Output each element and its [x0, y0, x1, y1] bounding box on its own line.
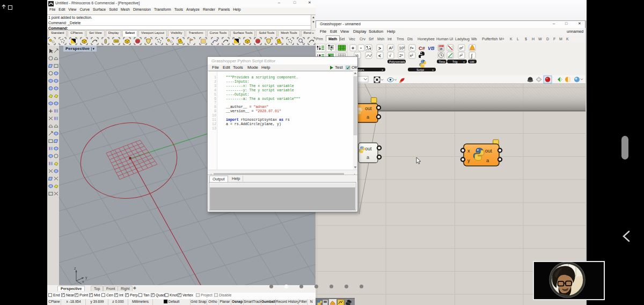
- svg-text:f×: f×: [410, 46, 414, 50]
- svg-text:A²: A²: [389, 46, 393, 50]
- svg-text:Polynomials: Polynomials: [389, 60, 405, 63]
- svg-text:VB: VB: [428, 46, 435, 51]
- svg-text:Util: Util: [470, 60, 474, 63]
- svg-text:y: y: [85, 275, 87, 280]
- svg-text:r²: r²: [460, 53, 463, 58]
- svg-text:+: +: [432, 68, 434, 71]
- svg-text:+: +: [463, 60, 465, 63]
- svg-text:out: out: [365, 106, 372, 111]
- svg-text:a: a: [367, 114, 369, 120]
- svg-text:+: +: [382, 68, 383, 71]
- svg-text:out: out: [485, 148, 493, 154]
- svg-text:x²: x²: [410, 53, 414, 58]
- svg-text:x: x: [467, 148, 470, 154]
- svg-text:a: a: [367, 155, 369, 160]
- svg-text:C#: C#: [419, 45, 426, 51]
- svg-text:+: +: [352, 46, 354, 51]
- svg-text:>: >: [378, 46, 381, 51]
- svg-text:α²: α²: [459, 46, 463, 50]
- svg-text:y: y: [467, 157, 470, 163]
- svg-text:x: x: [82, 280, 84, 284]
- svg-text:-: -: [360, 45, 362, 50]
- svg-text:out: out: [365, 146, 372, 151]
- svg-text:√: √: [389, 53, 392, 58]
- svg-text:Time: Time: [439, 60, 445, 63]
- svg-text:Script: Script: [416, 68, 425, 71]
- svg-text:16: 16: [440, 47, 443, 50]
- svg-text:NOV: NOV: [439, 45, 443, 47]
- svg-text:<: <: [378, 53, 381, 59]
- svg-text:2ⁿ: 2ⁿ: [399, 53, 403, 58]
- svg-text:z: z: [74, 266, 76, 270]
- svg-text:Trig: Trig: [452, 60, 457, 63]
- svg-text:a: a: [486, 157, 489, 163]
- svg-text:10¹: 10¹: [399, 46, 405, 50]
